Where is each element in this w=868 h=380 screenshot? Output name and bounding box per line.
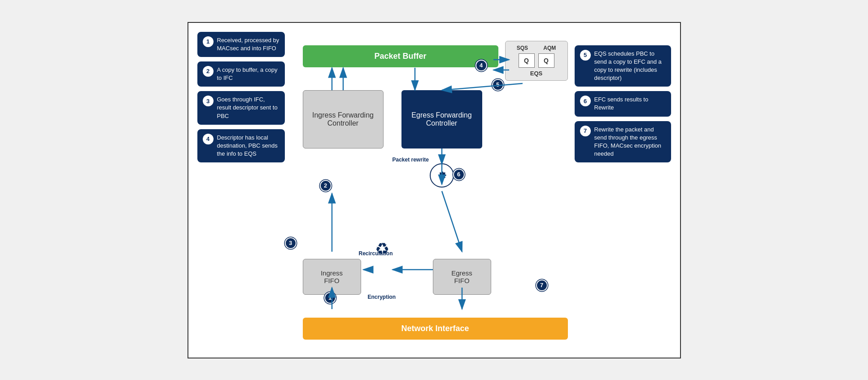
badge-6: 6 xyxy=(453,169,465,180)
step-circle-7: 7 xyxy=(580,126,591,136)
queue-2: Q xyxy=(538,53,554,68)
eqs-top-labels: SQS AQM xyxy=(509,45,564,51)
step-circle-2: 2 xyxy=(203,66,214,77)
right-step-7: 7 Rewrite the packet and send through th… xyxy=(575,121,671,163)
eqs-box: SQS AQM Q Q EQS xyxy=(505,41,568,81)
queue-1: Q xyxy=(519,53,535,68)
step-text-7: Rewrite the packet and send through the … xyxy=(594,126,666,158)
badge-4: 4 xyxy=(475,60,487,71)
recirculation-label: Recirculation xyxy=(359,250,393,257)
right-sidebar: 5 EQS schedules PBC to send a copy to EF… xyxy=(575,32,671,349)
step-circle-4: 4 xyxy=(203,134,214,144)
step-text-4: Descriptor has local destination, PBC se… xyxy=(217,134,279,158)
left-sidebar: 1 Received, processed by MACsec and into… xyxy=(197,32,285,349)
aqm-label: AQM xyxy=(543,45,556,51)
step-circle-1: 1 xyxy=(203,36,214,47)
badge-2: 2 xyxy=(320,180,331,192)
encryption-label: Encryption xyxy=(368,294,396,300)
step-text-1: Received, processed by MACsec and into F… xyxy=(217,36,279,52)
eqs-queues: Q Q xyxy=(509,53,564,68)
efc-box: Egress ForwardingController xyxy=(401,90,482,149)
step-text-2: A copy to buffer, a copy to IFC xyxy=(217,66,279,82)
efc-label: Egress ForwardingController xyxy=(411,111,471,127)
sqs-label: SQS xyxy=(517,45,528,51)
center-diagram: Packet Buffer SQS AQM Q Q EQS Ingress Fo… xyxy=(289,32,570,349)
gear-icon xyxy=(435,169,449,182)
right-step-5: 5 EQS schedules PBC to send a copy to EF… xyxy=(575,45,671,87)
step-text-5: EQS schedules PBC to send a copy to EFC … xyxy=(594,50,666,83)
step-circle-3: 3 xyxy=(203,96,214,106)
egress-fifo: EgressFIFO xyxy=(433,259,491,295)
badge-3: 3 xyxy=(285,237,297,249)
badge-7: 7 xyxy=(536,280,548,291)
network-interface: Network Interface xyxy=(303,318,568,340)
step-text-3: Goes through IFC, result descriptor sent… xyxy=(217,96,279,120)
left-step-1: 1 Received, processed by MACsec and into… xyxy=(197,32,285,57)
left-step-3: 3 Goes through IFC, result descriptor se… xyxy=(197,91,285,125)
badge-5: 5 xyxy=(492,79,504,91)
badge-1: 1 xyxy=(324,292,336,304)
left-step-2: 2 A copy to buffer, a copy to IFC xyxy=(197,61,285,87)
step-text-6: EFC sends results to Rewrite xyxy=(594,96,666,112)
svg-line-8 xyxy=(442,83,523,90)
ingress-fifo-label: IngressFIFO xyxy=(321,269,343,284)
step-circle-5: 5 xyxy=(580,50,591,61)
left-step-4: 4 Descriptor has local destination, PBC … xyxy=(197,129,285,163)
eqs-label: EQS xyxy=(509,70,564,77)
ifc-box: Ingress ForwardingController xyxy=(303,90,384,149)
ifc-label: Ingress ForwardingController xyxy=(312,111,374,127)
recycle-icon: ♻ xyxy=(371,237,393,260)
ingress-fifo: IngressFIFO xyxy=(303,259,361,295)
egress-fifo-label: EgressFIFO xyxy=(451,269,472,284)
packet-buffer: Packet Buffer xyxy=(303,45,498,67)
packet-rewrite-icon xyxy=(428,162,455,189)
recirculation-icon: ♻ xyxy=(370,236,395,261)
right-step-6: 6 EFC sends results to Rewrite xyxy=(575,91,671,116)
packet-rewrite-label: Packet rewrite xyxy=(393,157,429,163)
rewrite-circle xyxy=(430,163,454,188)
main-container: 1 Received, processed by MACsec and into… xyxy=(188,22,681,358)
step-circle-6: 6 xyxy=(580,96,591,106)
svg-line-13 xyxy=(442,191,462,252)
